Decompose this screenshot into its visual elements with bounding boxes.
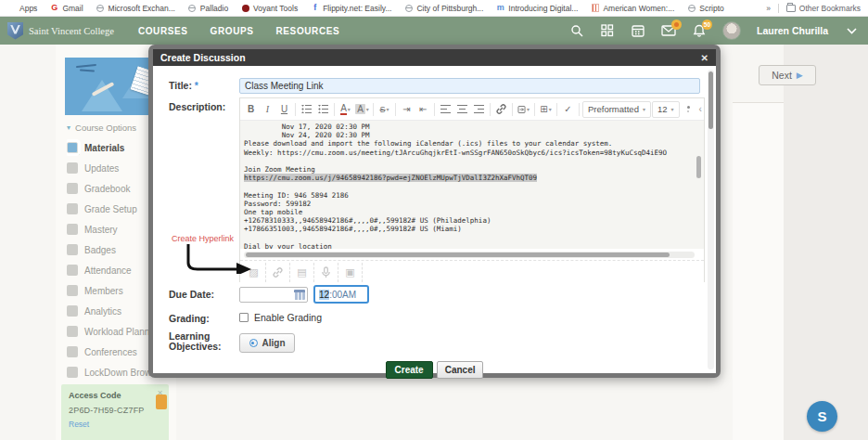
toolbar-separator — [373, 103, 374, 116]
record-audio-icon[interactable] — [314, 263, 338, 282]
create-button[interactable]: Create — [386, 361, 433, 379]
bookmark-scripto[interactable]: Scripto — [687, 4, 723, 13]
calendar-icon[interactable] — [294, 290, 305, 300]
table-icon[interactable]: ⊞▾ — [538, 101, 554, 118]
materials-icon — [67, 142, 78, 153]
chevron-down-icon[interactable] — [844, 23, 859, 38]
next-button[interactable]: Next ▶ — [759, 65, 816, 85]
strikethrough-icon[interactable]: S▾ — [377, 101, 392, 118]
access-code-title: Access Code — [69, 391, 161, 400]
align-right-icon[interactable] — [471, 101, 487, 118]
toolbar-separator — [534, 103, 535, 116]
members-icon — [67, 285, 78, 296]
bookmark-palladio[interactable]: Palladio — [188, 4, 228, 13]
bookmark-label: Voyant Tools — [253, 4, 298, 13]
apps-grid-icon[interactable] — [600, 23, 615, 38]
sidebar-item-label: Analytics — [84, 306, 121, 317]
bookmark-gmail[interactable]: GGmail — [50, 4, 83, 13]
sidebar-item-label: Materials — [84, 143, 124, 153]
editor-line: +12678310333,,94658942186#,,,,0#,,599182… — [244, 216, 700, 225]
editor-line: Weekly: https://cmu.zoom.us/meeting/tJAr… — [244, 149, 700, 157]
editor-vertical-scrollbar[interactable] — [696, 156, 701, 178]
updates-icon — [67, 162, 78, 174]
more-toggle-icon[interactable] — [681, 101, 696, 118]
bold-icon[interactable]: B — [243, 101, 259, 118]
divider — [778, 4, 779, 13]
screen: AppsGGmailMicrosoft Exchan...PalladioVoy… — [0, 0, 868, 440]
editor-line: Password: 599182 — [244, 200, 700, 208]
close-icon[interactable]: ✕ — [701, 53, 708, 63]
text-color-icon[interactable]: A▾ — [338, 101, 353, 118]
due-time-input[interactable]: 12:00AM — [313, 285, 369, 304]
toolbar-separator — [490, 103, 491, 116]
nav-link-courses[interactable]: COURSES — [138, 26, 188, 36]
bookmark-city-of-pittsburgh[interactable]: City of Pittsburgh... — [404, 4, 483, 13]
underline-icon[interactable]: U — [276, 101, 292, 118]
toolbar-separator — [295, 103, 296, 116]
access-code-reset-link[interactable]: Reset — [69, 420, 161, 429]
bookmarks-overflow-icon[interactable]: » — [766, 4, 771, 13]
cancel-button[interactable]: Cancel — [437, 361, 484, 379]
editor-line: Meeting ID: 946 5894 2186 — [244, 191, 700, 200]
user-name[interactable]: Lauren Churilla — [757, 25, 828, 36]
bookmark-voyant-tools[interactable]: Voyant Tools — [241, 4, 298, 13]
bookmark-label: Gmail — [62, 4, 83, 13]
spellcheck-icon[interactable]: ✓ — [560, 101, 576, 118]
bullet-list-icon[interactable] — [299, 101, 314, 118]
title-input[interactable] — [239, 78, 700, 94]
bookmark-flippity-net-easily[interactable]: fFlippity.net: Easily... — [311, 4, 391, 13]
editor-line: One tap mobile — [244, 208, 700, 216]
bookmark-label: Scripto — [699, 4, 723, 13]
bookmark-label: Apps — [19, 4, 37, 13]
outdent-icon[interactable]: ⇤ — [415, 101, 431, 118]
editor-content[interactable]: Nov 17, 2020 02:30 PM Nov 24, 2020 02:30… — [240, 121, 704, 249]
insert-image-icon[interactable]: ▨ — [242, 263, 266, 282]
collapse-toolbar-icon[interactable]: ‹ — [699, 104, 702, 114]
modal-title: Create Discussion — [160, 52, 246, 63]
notifications-badge: 50 — [702, 19, 712, 30]
due-date-input[interactable] — [239, 287, 308, 303]
messages-icon[interactable] — [661, 23, 676, 38]
school-name[interactable]: Saint Vincent College — [29, 26, 114, 36]
align-left-icon[interactable] — [438, 101, 453, 118]
nav-link-groups[interactable]: GROUPS — [211, 26, 254, 36]
highlight-color-icon[interactable]: A▾ — [354, 101, 370, 118]
required-asterisk: * — [195, 80, 198, 91]
editor-line: https://cmu.zoom.us/j/94658942186?pwd=ej… — [244, 174, 700, 182]
bookmark-american-women[interactable]: American Women:... — [591, 4, 674, 13]
indent-icon[interactable]: ⇥ — [399, 101, 415, 118]
school-logo[interactable] — [7, 22, 23, 40]
align-button[interactable]: Align — [239, 333, 295, 353]
bookmark-label: Palladio — [200, 4, 228, 13]
style-select[interactable]: Preformatted▾ — [582, 101, 651, 118]
page-content-panel — [733, 102, 784, 440]
size-select[interactable]: 12▾ — [652, 101, 680, 118]
support-widget-button[interactable]: S — [807, 401, 837, 432]
bookmark-microsoft-exchan[interactable]: Microsoft Exchan... — [96, 4, 175, 13]
align-center-icon[interactable] — [454, 101, 470, 118]
enable-grading-checkbox[interactable] — [239, 313, 249, 322]
page-right-gutter — [784, 45, 868, 440]
course-options-toggle[interactable]: ▾ Course Options — [67, 123, 136, 133]
search-icon[interactable] — [569, 23, 584, 38]
bookmark-apps[interactable]: Apps — [7, 4, 37, 13]
insert-media-icon[interactable]: ▤ — [290, 263, 314, 282]
modal-scrollbar[interactable] — [708, 70, 714, 369]
editor-horizontal-scrollbar[interactable] — [244, 252, 695, 258]
nav-link-resources[interactable]: RESOURCES — [276, 26, 340, 36]
other-bookmarks-button[interactable]: Other Bookmarks — [786, 4, 861, 13]
notifications-bell-icon[interactable]: 50 — [692, 23, 707, 38]
insert-content-icon[interactable]: ▾ — [516, 101, 531, 118]
user-avatar[interactable] — [722, 21, 741, 40]
insert-link-icon[interactable] — [493, 101, 509, 118]
italic-icon[interactable]: I — [260, 101, 275, 118]
insert-resource-icon[interactable]: ▣ — [338, 263, 363, 282]
create-hyperlink-icon[interactable] — [266, 263, 290, 282]
next-arrow-icon: ▶ — [797, 71, 803, 80]
bookmark-introducing-digital[interactable]: mIntroducing Digital... — [496, 4, 578, 13]
numbered-list-icon[interactable] — [315, 101, 331, 118]
editor-line: +17866351003,,94658942186#,,,,0#,,599182… — [244, 225, 700, 233]
calendar-icon[interactable] — [631, 23, 645, 38]
orange-marker-icon — [156, 395, 167, 409]
title-label: Title: * — [169, 80, 198, 91]
